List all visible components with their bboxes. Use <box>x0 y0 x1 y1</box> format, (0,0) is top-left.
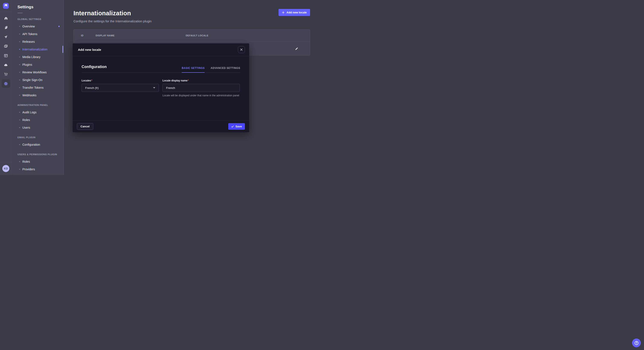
locales-select-value: French (fr) <box>85 86 98 90</box>
settings-tabs: BASIC SETTINGSADVANCED SETTINGS <box>176 67 240 72</box>
check-icon <box>231 125 234 128</box>
required-asterisk: * <box>188 79 189 82</box>
save-button[interactable]: Save <box>228 123 245 130</box>
locales-select[interactable]: French (fr) <box>82 84 159 92</box>
modal-footer: Cancel Save <box>72 120 249 132</box>
display-name-hint: Locale will be displayed under that name… <box>162 94 240 97</box>
display-name-label: Locale display name* <box>162 79 240 82</box>
locales-field: Locales* French (fr) <box>82 79 159 97</box>
tab-basic-settings[interactable]: BASIC SETTINGS <box>182 67 205 72</box>
required-asterisk: * <box>91 79 92 82</box>
display-name-input[interactable]: French <box>162 84 240 92</box>
modal-body: Configuration BASIC SETTINGSADVANCED SET… <box>72 56 249 120</box>
close-modal-button[interactable] <box>238 46 245 53</box>
modal-header: Add new locale <box>72 43 249 56</box>
cancel-button[interactable]: Cancel <box>77 123 93 130</box>
locales-label: Locales* <box>82 79 159 82</box>
configuration-section-title: Configuration <box>82 65 107 72</box>
modal-title: Add new locale <box>78 48 101 51</box>
close-icon <box>240 48 242 51</box>
chevron-down-icon <box>153 87 155 88</box>
display-name-field: Locale display name* French Locale will … <box>162 79 240 97</box>
tab-advanced-settings[interactable]: ADVANCED SETTINGS <box>210 67 240 72</box>
add-locale-modal: Add new locale Configuration BASIC SETTI… <box>72 43 249 132</box>
display-name-value: French <box>166 86 175 90</box>
